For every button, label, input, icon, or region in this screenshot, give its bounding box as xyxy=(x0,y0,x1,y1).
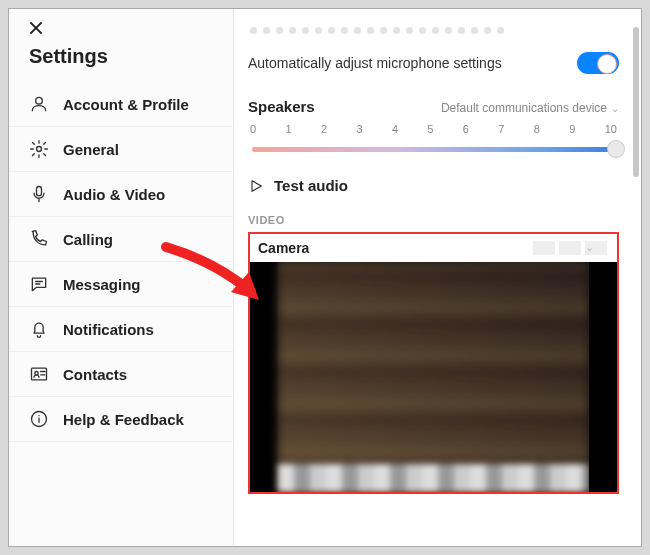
volume-tick-labels: 0 1 2 3 4 5 6 7 8 9 10 xyxy=(248,123,619,135)
sidebar-item-contacts[interactable]: Contacts xyxy=(9,352,233,397)
sidebar-title: Settings xyxy=(9,35,233,82)
camera-device-selector[interactable]: ⌄ xyxy=(533,241,607,255)
sidebar-item-messaging[interactable]: Messaging xyxy=(9,262,233,307)
video-section-heading: VIDEO xyxy=(248,214,619,226)
sidebar-item-label: Notifications xyxy=(63,321,154,338)
tick-9: 9 xyxy=(569,123,575,135)
settings-sidebar: Settings Account & Profile General xyxy=(9,9,234,546)
sidebar-item-label: Calling xyxy=(63,231,113,248)
tick-7: 7 xyxy=(498,123,504,135)
auto-mic-toggle[interactable] xyxy=(577,52,619,74)
sidebar-item-label: Messaging xyxy=(63,276,141,293)
tick-6: 6 xyxy=(463,123,469,135)
svg-rect-3 xyxy=(32,368,47,380)
tick-0: 0 xyxy=(250,123,256,135)
speakers-device-label: Default communications device xyxy=(441,101,607,115)
camera-preview xyxy=(250,262,617,492)
sidebar-item-audio-video[interactable]: Audio & Video xyxy=(9,172,233,217)
test-audio-label: Test audio xyxy=(274,177,348,194)
contact-card-icon xyxy=(29,364,49,384)
info-icon xyxy=(29,409,49,429)
level-meter-dots xyxy=(250,27,619,34)
speakers-device-selector[interactable]: Default communications device ⌄ xyxy=(441,101,619,115)
camera-section-highlighted: Camera ⌄ xyxy=(248,232,619,494)
gear-icon xyxy=(29,139,49,159)
sidebar-item-label: Help & Feedback xyxy=(63,411,184,428)
test-audio-button[interactable]: Test audio xyxy=(248,177,619,194)
svg-point-1 xyxy=(37,147,42,152)
auto-mic-label: Automatically adjust microphone settings xyxy=(248,55,502,71)
tick-8: 8 xyxy=(534,123,540,135)
sidebar-item-label: Account & Profile xyxy=(63,96,189,113)
chevron-down-icon: ⌄ xyxy=(611,103,619,114)
chevron-down-icon: ⌄ xyxy=(585,241,607,255)
speakers-heading: Speakers xyxy=(248,98,315,115)
play-icon xyxy=(248,178,264,194)
sidebar-item-label: Audio & Video xyxy=(63,186,165,203)
bell-icon xyxy=(29,319,49,339)
sidebar-item-account-profile[interactable]: Account & Profile xyxy=(9,82,233,127)
sidebar-nav: Account & Profile General Audio & Video xyxy=(9,82,233,442)
phone-icon xyxy=(29,229,49,249)
speaker-volume-slider[interactable] xyxy=(248,137,619,161)
sidebar-item-label: Contacts xyxy=(63,366,127,383)
sidebar-item-help-feedback[interactable]: Help & Feedback xyxy=(9,397,233,442)
person-icon xyxy=(29,94,49,114)
settings-content: Automatically adjust microphone settings… xyxy=(234,9,641,546)
camera-heading: Camera xyxy=(258,240,309,256)
sidebar-item-notifications[interactable]: Notifications xyxy=(9,307,233,352)
settings-window: Settings Account & Profile General xyxy=(8,8,642,547)
svg-rect-2 xyxy=(37,187,42,196)
message-icon xyxy=(29,274,49,294)
microphone-icon xyxy=(29,184,49,204)
tick-10: 10 xyxy=(605,123,617,135)
close-icon[interactable] xyxy=(29,21,43,35)
tick-1: 1 xyxy=(285,123,291,135)
svg-point-0 xyxy=(36,97,43,104)
tick-5: 5 xyxy=(427,123,433,135)
tick-2: 2 xyxy=(321,123,327,135)
scrollbar-thumb[interactable] xyxy=(633,27,639,177)
tick-3: 3 xyxy=(356,123,362,135)
sidebar-item-label: General xyxy=(63,141,119,158)
sidebar-item-general[interactable]: General xyxy=(9,127,233,172)
sidebar-item-calling[interactable]: Calling xyxy=(9,217,233,262)
slider-thumb[interactable] xyxy=(607,140,625,158)
tick-4: 4 xyxy=(392,123,398,135)
